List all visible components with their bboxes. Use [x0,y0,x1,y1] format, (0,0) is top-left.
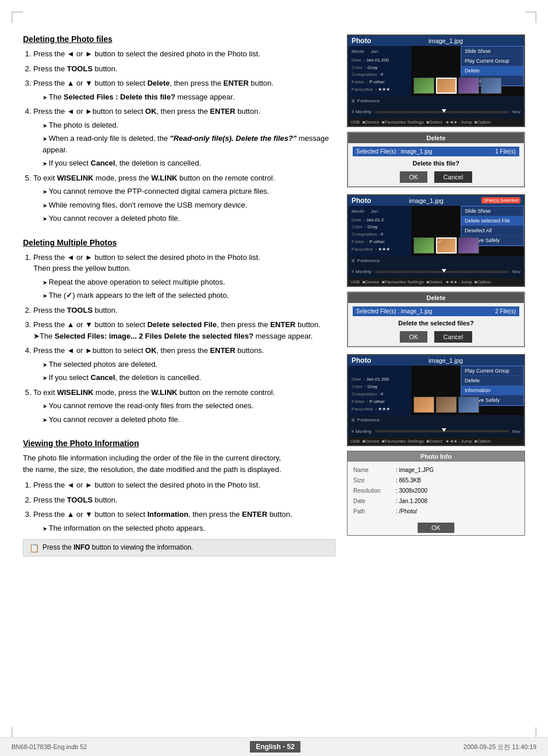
tv3-body: Date : Jan.01.200 Color : Gray Compositi… [348,366,524,438]
tv-screen-3: Photo image_1.jpg Date : Jan.01.200 Colo… [347,354,525,447]
dialog2-cancel-btn[interactable]: Cancel [434,331,472,343]
photo-info-size-value: : 865.3KB [396,475,421,486]
section3-title: Viewing the Photo Information [23,439,335,448]
tv2-pref-icon: ≡ [352,258,355,264]
tv3-thumb-2 [436,397,457,413]
photo-info-path-key: Path [353,506,393,517]
note2-4-2: If you select Cancel, the deletion is ca… [43,372,335,383]
step1-5: To exit WISELINK mode, press the W.LINK … [33,172,335,224]
corner-tr [525,11,537,23]
tv2-menu-deletesel: Delete selected File [461,216,523,226]
dialog1-title: Delete [348,133,524,143]
photo-info-ok-btn[interactable]: OK [418,523,454,533]
note-text: Press the INFO button to viewing the inf… [43,543,193,551]
tv3-timeline-bar [375,430,509,432]
dialog2-file-row: Selected File(s) : image_1.jpg 2 File(s) [353,306,519,316]
tv1-menu-slideshow: Slide Show [461,47,523,56]
tv1-thumb-4 [481,78,501,94]
tv3-menu-playcurrent: Play Current Group [461,366,523,376]
tv2-nav-label: Nov [512,269,520,274]
tv3-preference-label: Preference [357,417,380,423]
photo-info-date: Date : Jan.1.2008 [353,496,519,506]
step3-3-notes: The information on the selected photo ap… [33,523,335,534]
tv2-thumb-3 [458,237,479,254]
tv1-timeline: ≡ Monthly Nov [348,106,524,118]
tv1-timeline-bar [375,111,509,113]
dialog1-cancel-btn[interactable]: Cancel [434,171,472,183]
tv3-timeline-marker [442,428,446,432]
tv1-body: Month Jan Date : Jan.01.200 Color : Gray… [348,46,524,118]
section-delete-multiple: Deleting Multiple Photos Press the ◄ or … [23,238,335,425]
step1-3-notes: The Selected Files : Delete this file? m… [33,91,335,103]
note2-5-1: You cannot remove the read-only files fr… [43,400,335,412]
tv1-nav-label: Nov [512,109,520,114]
dialog1-message: Delete this file? [353,160,519,167]
tv2-header: Photo image_1.jpg 1File(s) Selected [348,195,524,206]
page: Deleting the Photo files Press the ◄ or … [0,0,548,756]
step1-2: Press the TOOLS button. [33,63,335,75]
tv2-timeline-marker [442,269,446,273]
step2-5-notes: You cannot remove the read-only files fr… [33,400,335,425]
tv3-timeline: ≡ Monthly Nov [348,425,524,438]
tv1-footer-text: USB ■Device ■Favourites Settings ■Select… [350,120,491,125]
step2-4: Press the ◄ or ►button to select OK, the… [33,345,335,383]
section1-steps: Press the ◄ or ► button to select the de… [23,48,335,224]
photo-info-name-value: : image_1.JPG [396,465,434,475]
dialog1-file-label: Selected File(s) : image_1.jpg [356,148,432,155]
step1-1: Press the ◄ or ► button to select the de… [33,48,335,60]
dialog1-body: Selected File(s) : image_1.jpg 1 File(s)… [348,143,524,186]
section1-title: Deleting the Photo files [23,34,335,44]
step2-5: To exit WISELINK mode, press the W.LINK … [33,387,335,425]
step1-3: Press the ▲ or ▼ button to select Delete… [33,78,335,102]
tv3-thumb-3 [458,397,479,413]
tv3-menu-delete: Delete [461,376,523,386]
tv1-pref-icon: ≡ [352,98,355,104]
photo-info-name: Name : image_1.JPG [353,465,519,475]
tv2-thumb-1 [414,237,434,254]
note-box: 📋 Press the INFO button to viewing the i… [23,539,335,557]
tv2-info-panel: Month Jan Date : Jan.01.2 Color : Gray C… [348,206,411,256]
dialog1-ok-btn[interactable]: OK [400,171,427,183]
tv3-nav-label: Nov [512,429,520,434]
note1-4-2: When a read-only file is deleted, the "R… [43,133,335,155]
photo-info-size: Size : 865.3KB [353,475,519,486]
tv3-pref-row: ≡ Preference [348,415,524,425]
tv1-preference-label: Preference [357,98,380,103]
tv3-menu-information: Information [461,386,523,396]
tv1-thumb-3 [458,78,479,94]
right-column: Photo image_1.jpg Month Jan Date : Jan.0… [347,34,525,570]
tv2-body: Month Jan Date : Jan.01.2 Color : Gray C… [348,206,524,278]
photo-info-name-key: Name [353,465,393,475]
section3-steps: Press the ◄ or ► button to select the de… [23,479,335,534]
dialog2-title: Delete [348,293,524,303]
dialog-delete-single: Delete Selected File(s) : image_1.jpg 1 … [347,132,525,187]
tv3-header: Photo image_1.jpg [348,355,524,366]
bottom-bar: BN68-01783B-Eng.indb 52 English - 52 200… [0,737,548,756]
tv2-timeline: ≡ Monthly Nov [348,266,524,278]
tv1-menu-delete: Delete [461,66,523,76]
tv3-pref-icon: ≡ [352,417,355,423]
step2-1-notes: Repeat the above operation to select mul… [33,277,335,301]
photo-info-box: Photo Info Name : image_1.JPG Size : 865… [347,451,525,536]
corner-tl [11,11,23,23]
step2-4-notes: The selected photos are deleted. If you … [33,359,335,383]
bottom-right-text: 2008-09-25 오전 11:40:19 [464,743,537,751]
tv3-footer-text: USB ■Device ■Favourites Settings ■Select… [350,439,491,444]
step1-4: Press the ◄ or ►button to select OK, the… [33,106,335,169]
photo-info-size-key: Size [353,475,393,486]
dialog2-ok-btn[interactable]: OK [400,331,427,343]
tv1-pref-row: ≡ Preference [348,96,524,106]
tv-screen-2: Photo image_1.jpg 1File(s) Selected Mont… [347,194,525,287]
tv3-filename: image_1.jpg [429,357,463,364]
note1-4-3: If you select Cancel, the deletion is ca… [43,158,335,169]
note3-3-1: The information on the selected photo ap… [43,523,335,534]
photo-info-body: Name : image_1.JPG Size : 865.3KB Resolu… [348,462,524,520]
photo-info-ok-area: OK [348,520,524,535]
photo-info-resolution-key: Resolution [353,486,393,496]
dialog1-file-row: Selected File(s) : image_1.jpg 1 File(s) [353,147,519,156]
tv1-photo-label: Photo [352,37,371,45]
photo-info-resolution-value: : 3008x2000 [396,486,427,496]
tv-screen-1: Photo image_1.jpg Month Jan Date : Jan.0… [347,34,525,127]
tv2-thumb-2: ✓ [436,237,457,254]
tv2-timeline-bar [375,271,509,273]
